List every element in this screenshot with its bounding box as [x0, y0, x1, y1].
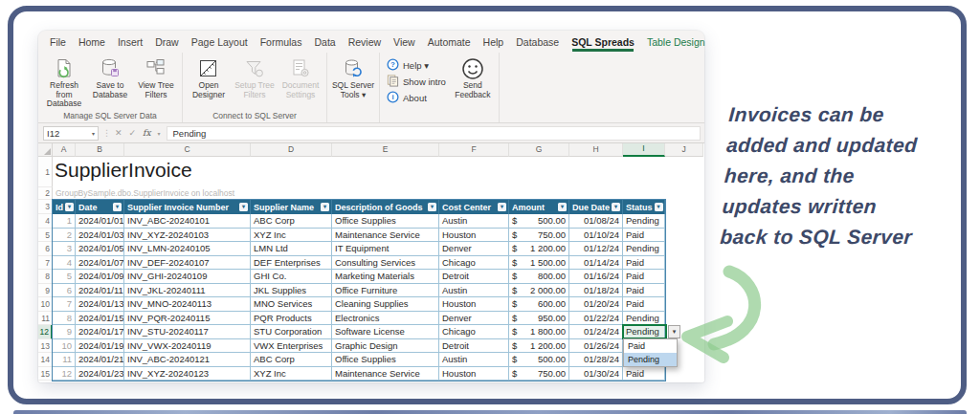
cell-text[interactable]: JKL Supplies: [251, 284, 332, 298]
tab-table-design[interactable]: Table Design: [647, 36, 705, 48]
cell-date[interactable]: 2024/01/07: [76, 256, 124, 271]
cell-amount[interactable]: $600.00: [509, 297, 569, 312]
cell-amount[interactable]: $800.00: [509, 270, 569, 284]
column-header-E[interactable]: E: [332, 143, 439, 157]
cell-text[interactable]: Maintenance Service: [332, 367, 439, 381]
cell-text[interactable]: Houston: [439, 367, 509, 381]
cell-due-date[interactable]: 01/10/24: [569, 229, 623, 243]
table-header-supplier-name[interactable]: Supplier Name▾: [251, 200, 332, 214]
cell-text[interactable]: INV_PQR-20240115: [124, 312, 251, 326]
cell-date[interactable]: 2024/01/17: [76, 325, 124, 339]
row-header-13[interactable]: 13: [38, 339, 53, 354]
row-header-2[interactable]: 2: [38, 187, 53, 200]
cell-due-date[interactable]: 01/20/24: [569, 297, 623, 312]
cell-id[interactable]: 10: [53, 339, 76, 354]
formula-input[interactable]: Pending: [167, 126, 701, 141]
cell-text[interactable]: PQR Products: [251, 312, 332, 326]
cell-amount[interactable]: $1 800.00: [509, 325, 569, 339]
tab-home[interactable]: Home: [78, 36, 105, 48]
filter-dropdown-icon[interactable]: ▾: [113, 203, 122, 211]
table-header-description-of-goods[interactable]: Description of Goods▾: [332, 200, 439, 214]
row-header-9[interactable]: 9: [38, 284, 53, 298]
tab-draw[interactable]: Draw: [155, 36, 179, 48]
table-header-date[interactable]: Date▾: [76, 200, 124, 214]
tab-file[interactable]: File: [50, 36, 66, 48]
cell-due-date[interactable]: 01/14/24: [569, 256, 623, 271]
cell-text[interactable]: GHI Co.: [251, 270, 332, 284]
filter-dropdown-icon[interactable]: ▾: [321, 203, 329, 211]
button-sql-server-tools[interactable]: SQL Server Tools ▾: [330, 54, 376, 99]
cell-text[interactable]: INV_MNO-20240113: [124, 297, 251, 312]
tab-formulas[interactable]: Formulas: [260, 36, 302, 48]
tab-view[interactable]: View: [393, 36, 415, 48]
column-header-A[interactable]: A: [53, 143, 76, 157]
filter-dropdown-icon[interactable]: ▾: [428, 203, 436, 211]
tab-insert[interactable]: Insert: [118, 36, 143, 48]
cancel-icon[interactable]: ✕: [115, 128, 122, 138]
cell-date[interactable]: 2024/01/23: [76, 367, 124, 381]
cell-text[interactable]: ABC Corp: [251, 353, 332, 367]
cell-text[interactable]: STU Corporation: [251, 325, 332, 339]
button-open-designer[interactable]: Open Designer: [186, 54, 232, 99]
cell-text[interactable]: Graphic Design: [332, 339, 439, 354]
cell-amount[interactable]: $1 500.00: [509, 256, 569, 271]
cell-date[interactable]: 2024/01/03: [76, 229, 124, 243]
tab-data[interactable]: Data: [314, 36, 335, 48]
cell-id[interactable]: 12: [53, 367, 76, 381]
cell-due-date[interactable]: 01/08/24: [569, 214, 623, 229]
cell-text[interactable]: Electronics: [332, 312, 439, 326]
cell-text[interactable]: Denver: [439, 242, 509, 256]
cell-date[interactable]: 2024/01/11: [76, 284, 124, 298]
row-header-14[interactable]: 14: [38, 353, 53, 367]
button-about[interactable]: iAbout: [387, 92, 446, 104]
filter-dropdown-icon[interactable]: ▾: [558, 203, 567, 211]
cell-date[interactable]: 2024/01/15: [76, 312, 124, 326]
cell-text[interactable]: INV_STU-20240117: [124, 325, 251, 339]
tab-sql-spreads[interactable]: SQL Spreads: [571, 36, 635, 48]
cell-due-date[interactable]: 01/28/24: [569, 353, 623, 367]
cell-id[interactable]: 4: [53, 256, 76, 271]
cell-due-date[interactable]: 01/26/24: [569, 339, 623, 354]
table-header-status[interactable]: Status▾: [623, 200, 665, 214]
column-header-H[interactable]: H: [569, 143, 623, 157]
cell-amount[interactable]: $500.00: [509, 214, 569, 229]
filter-dropdown-icon[interactable]: ▾: [655, 203, 663, 211]
row-header-4[interactable]: 4: [38, 214, 53, 229]
cell-text[interactable]: VWX Enterprises: [251, 339, 332, 354]
cell-text[interactable]: XYZ Inc: [251, 367, 332, 381]
cell-date[interactable]: 2024/01/13: [76, 297, 124, 312]
cell-amount[interactable]: $1 200.00: [509, 339, 569, 354]
enter-icon[interactable]: ✓: [129, 128, 137, 138]
cell-text[interactable]: INV_XYZ-20240103: [124, 229, 251, 243]
cell-date[interactable]: 2024/01/19: [76, 339, 124, 354]
cell-text[interactable]: INV_DEF-20240107: [124, 256, 251, 271]
cell-due-date[interactable]: 01/22/24: [569, 312, 623, 326]
row-header-15[interactable]: 15: [38, 367, 53, 381]
button-show-intro[interactable]: Show intro: [387, 76, 446, 88]
column-header-G[interactable]: G: [509, 143, 569, 157]
row-header-1[interactable]: 1: [38, 157, 53, 187]
button-save-to-database[interactable]: Save to Database: [87, 54, 133, 99]
table-header-supplier-invoice-number[interactable]: Supplier Invoice Number▾: [124, 200, 251, 214]
table-header-amount[interactable]: Amount▾: [509, 200, 569, 214]
cell-text[interactable]: LMN Ltd: [251, 242, 332, 256]
filter-dropdown-icon[interactable]: ▾: [498, 203, 506, 211]
button-view-tree-filters[interactable]: View Tree Filters: [133, 54, 179, 99]
cell-id[interactable]: 8: [53, 312, 76, 326]
cell-status[interactable]: Paid: [623, 284, 665, 298]
row-header-6[interactable]: 6: [38, 242, 53, 256]
column-header-J[interactable]: J: [665, 143, 703, 157]
cell-status[interactable]: Paid: [623, 367, 665, 381]
filter-dropdown-icon[interactable]: ▾: [612, 203, 620, 211]
column-header-D[interactable]: D: [251, 143, 332, 157]
cell-text[interactable]: Office Supplies: [332, 214, 439, 229]
cell-id[interactable]: 11: [53, 353, 76, 367]
cell-text[interactable]: Austin: [439, 284, 509, 298]
cell-text[interactable]: Detroit: [439, 270, 509, 284]
cell-date[interactable]: 2024/01/01: [76, 214, 124, 229]
cell-status[interactable]: Paid: [623, 297, 665, 312]
cell-text[interactable]: INV_GHI-20240109: [124, 270, 251, 284]
cell-due-date[interactable]: 01/24/24: [569, 325, 623, 339]
cell-text[interactable]: Chicago: [439, 325, 509, 339]
cell-text[interactable]: Austin: [439, 214, 509, 229]
